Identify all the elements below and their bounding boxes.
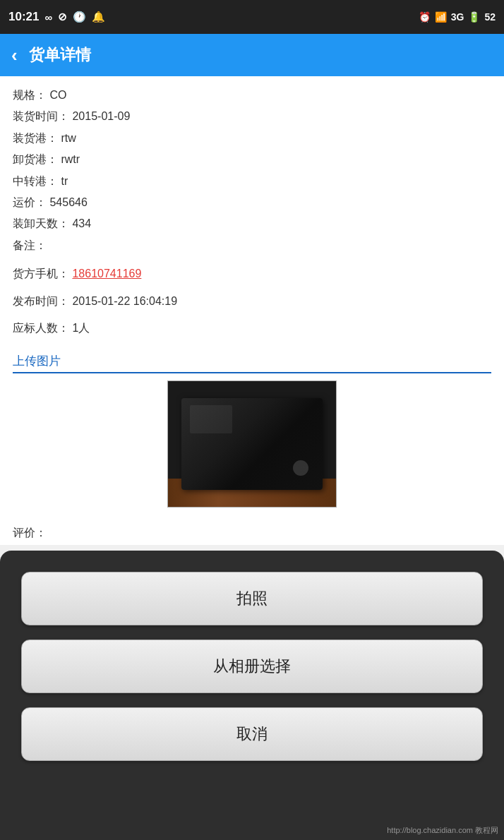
page-title: 货单详情 — [29, 44, 91, 66]
transit-port-value: tr — [61, 175, 68, 187]
ship-id-value: CO — [49, 89, 66, 101]
phone-link[interactable]: 18610741169 — [72, 268, 141, 280]
battery-icon: 🔋 — [468, 11, 480, 23]
transit-port-label: 中转港： — [13, 175, 58, 187]
bidders-label: 应标人数： — [13, 322, 69, 334]
load-time-row: 装货时间： 2015-01-09 — [13, 106, 491, 127]
phone-row: 货方手机： 18610741169 — [13, 263, 491, 284]
publish-time-row: 发布时间： 2015-01-22 16:04:19 — [13, 291, 491, 312]
gallery-button[interactable]: 从相册选择 — [21, 640, 483, 693]
status-time: 10:21 — [8, 10, 39, 24]
load-port-label: 装货港： — [13, 132, 58, 144]
remark-row: 备注： — [13, 235, 491, 256]
alarm-icon: 🕐 — [73, 11, 86, 23]
back-button[interactable]: ‹ — [11, 44, 18, 66]
status-bar: 10:21 ∞ ⊘ 🕐 🔔 ⏰ 📶 3G 🔋 52 — [0, 0, 504, 34]
cancel-button[interactable]: 取消 — [21, 707, 483, 761]
phone-label: 货方手机： — [13, 268, 69, 280]
days-label: 装卸天数： — [13, 217, 69, 229]
load-time-label: 装货时间： — [13, 110, 69, 122]
action-sheet-modal: 拍照 从相册选择 取消 — [0, 551, 504, 840]
freight-value: 545646 — [49, 196, 87, 208]
detail-content: 规格： CO 装货时间： 2015-01-09 装货港： rtw 卸货港： rw… — [0, 76, 504, 347]
image-container — [13, 380, 491, 508]
signal-icon: 3G — [451, 11, 464, 23]
upload-title: 上传图片 — [13, 353, 491, 373]
laptop-logo — [293, 460, 308, 476]
publish-time-label: 发布时间： — [13, 295, 69, 307]
days-row: 装卸天数： 434 — [13, 213, 491, 234]
status-right: ⏰ 📶 3G 🔋 52 — [419, 11, 496, 23]
ship-id-row: 规格： CO — [13, 85, 491, 106]
camera-button[interactable]: 拍照 — [21, 572, 483, 625]
app-bar: ‹ 货单详情 — [0, 34, 504, 76]
unload-port-value: rwtr — [61, 153, 80, 165]
publish-time-value: 2015-01-22 16:04:19 — [72, 295, 177, 307]
clock-icon: ⏰ — [419, 11, 431, 23]
infinity-icon: ∞ — [44, 11, 52, 23]
bidders-value: 1人 — [72, 322, 90, 334]
watermark: http://blog.chazidian.com 教程网 — [387, 825, 498, 836]
bidders-row: 应标人数： 1人 — [13, 318, 491, 339]
load-time-value: 2015-01-09 — [72, 110, 130, 122]
unload-port-label: 卸货港： — [13, 153, 58, 165]
freight-row: 运价： 545646 — [13, 192, 491, 213]
unload-port-row: 卸货港： rwtr — [13, 149, 491, 170]
transit-port-row: 中转港： tr — [13, 171, 491, 192]
do-not-disturb-icon: ⊘ — [58, 11, 67, 23]
uploaded-image[interactable] — [167, 380, 337, 508]
eval-label: 评价： — [13, 527, 47, 539]
wifi-icon: 📶 — [435, 11, 447, 23]
status-left: 10:21 ∞ ⊘ 🕐 🔔 — [8, 10, 105, 24]
laptop-image — [181, 398, 323, 490]
load-port-row: 装货港： rtw — [13, 128, 491, 149]
days-value: 434 — [72, 217, 91, 229]
battery-level: 52 — [484, 11, 496, 23]
ship-id-label: 规格： — [13, 89, 47, 101]
load-port-value: rtw — [61, 132, 76, 144]
freight-label: 运价： — [13, 196, 47, 208]
upload-section: 上传图片 — [0, 347, 504, 520]
notification-icon: 🔔 — [92, 11, 105, 23]
eval-section: 评价： — [0, 520, 504, 545]
laptop-shine — [190, 405, 232, 433]
remark-label: 备注： — [13, 239, 47, 251]
